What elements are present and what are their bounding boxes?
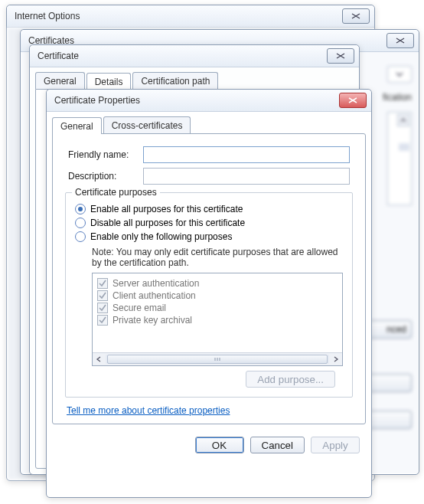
radio-label: Disable all purposes for this certificat… bbox=[90, 218, 245, 228]
legend-certificate-purposes: Certificate purposes bbox=[72, 187, 160, 198]
dropdown-arrow[interactable] bbox=[387, 66, 412, 83]
radio-icon bbox=[75, 204, 86, 214]
purpose-label: Private key archival bbox=[113, 315, 192, 326]
radio-icon bbox=[75, 218, 86, 228]
radio-disable-all[interactable]: Disable all purposes for this certificat… bbox=[75, 218, 343, 228]
button-add-purpose: Add purpose... bbox=[246, 371, 335, 388]
titlebar-internet-options: Internet Options bbox=[7, 5, 374, 28]
scroll-up-icon[interactable] bbox=[397, 114, 409, 126]
radio-enable-only[interactable]: Enable only the following purposes bbox=[75, 231, 343, 242]
radio-label: Enable all purposes for this certificate bbox=[90, 204, 243, 214]
scroll-right-icon[interactable] bbox=[330, 353, 342, 365]
tab-cross-certificates[interactable]: Cross-certificates bbox=[103, 116, 191, 133]
button-cancel[interactable]: Cancel bbox=[250, 437, 305, 453]
close-icon[interactable] bbox=[386, 33, 414, 48]
tab-certification-path[interactable]: Certification path bbox=[132, 72, 218, 89]
purpose-label: Client authentication bbox=[113, 290, 196, 301]
dialog-certificate-properties: Certificate Properties General Cross-cer… bbox=[46, 89, 372, 498]
close-button[interactable] bbox=[339, 93, 367, 108]
purpose-label: Secure email bbox=[113, 303, 166, 313]
input-description[interactable] bbox=[143, 168, 350, 185]
title-cert-properties: Certificate Properties bbox=[54, 95, 339, 106]
button-peek-1[interactable] bbox=[366, 374, 412, 392]
listbox-purposes: Server authenticationClient authenticati… bbox=[92, 273, 343, 366]
close-icon[interactable] bbox=[342, 8, 370, 24]
input-friendly-name[interactable] bbox=[143, 146, 350, 163]
radio-icon bbox=[75, 231, 86, 242]
purpose-item: Server authentication bbox=[97, 278, 338, 289]
scroll-left-icon[interactable] bbox=[93, 353, 105, 365]
note-text: Note: You may only edit certificate purp… bbox=[92, 247, 343, 268]
listbox-peek bbox=[387, 112, 412, 205]
tab-general[interactable]: General bbox=[35, 72, 85, 89]
title-internet-options: Internet Options bbox=[15, 11, 342, 21]
horizontal-scrollbar[interactable] bbox=[93, 352, 342, 365]
label-description: Description: bbox=[68, 171, 143, 182]
purpose-item: Secure email bbox=[97, 303, 338, 313]
checkbox-icon bbox=[97, 315, 108, 326]
link-help-cert-properties[interactable]: Tell me more about certificate propertie… bbox=[67, 405, 230, 416]
checkbox-icon bbox=[97, 290, 108, 301]
checkbox-icon bbox=[97, 278, 108, 289]
radio-label: Enable only the following purposes bbox=[90, 231, 232, 242]
radio-enable-all[interactable]: Enable all purposes for this certificate bbox=[75, 204, 343, 214]
close-icon bbox=[347, 97, 358, 104]
chevron-down-icon bbox=[396, 72, 403, 77]
titlebar-certificate: Certificate bbox=[30, 45, 359, 67]
scroll-thumb[interactable] bbox=[107, 355, 328, 364]
purpose-label: Server authentication bbox=[113, 278, 199, 289]
purpose-item: Client authentication bbox=[97, 290, 338, 301]
grip-icon bbox=[214, 357, 221, 362]
group-certificate-purposes: Certificate purposes Enable all purposes… bbox=[65, 192, 353, 398]
close-icon[interactable] bbox=[327, 48, 354, 64]
titlebar-cert-properties: Certificate Properties bbox=[47, 90, 371, 112]
button-ok[interactable]: OK bbox=[195, 437, 244, 453]
purpose-item: Private key archival bbox=[97, 315, 338, 326]
tab-general[interactable]: General bbox=[52, 117, 102, 134]
tab-details[interactable]: Details bbox=[86, 73, 132, 90]
tab-peek-fication: fication bbox=[383, 92, 412, 103]
checkbox-icon bbox=[97, 303, 108, 313]
button-apply: Apply bbox=[311, 437, 360, 453]
scroll-track[interactable] bbox=[106, 355, 329, 364]
button-peek-2[interactable] bbox=[366, 411, 412, 429]
button-advanced-peek[interactable]: nced bbox=[366, 320, 412, 339]
scroll-thumb[interactable] bbox=[399, 143, 409, 151]
label-friendly-name: Friendly name: bbox=[68, 149, 143, 160]
title-certificate: Certificate bbox=[38, 51, 327, 61]
